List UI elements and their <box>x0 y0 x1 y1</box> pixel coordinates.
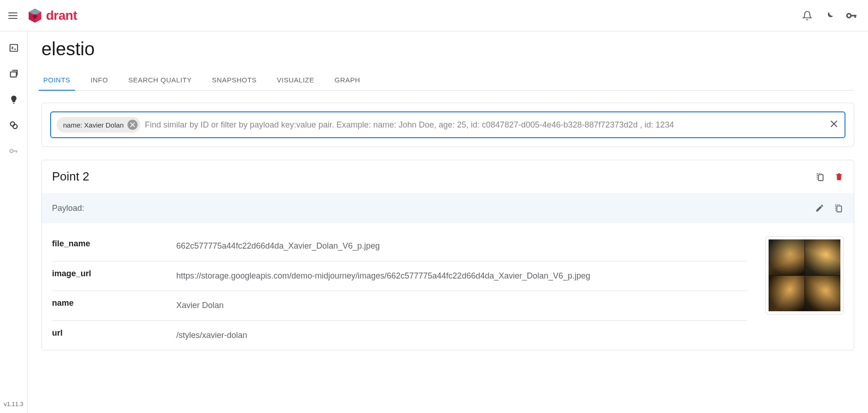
svg-rect-14 <box>16 151 17 153</box>
filter-chip-label: name: Xavier Dolan <box>63 121 124 129</box>
chip-remove-icon[interactable] <box>127 120 138 130</box>
keys-icon[interactable] <box>8 145 19 157</box>
tab-visualize[interactable]: VISUALIZE <box>275 70 316 90</box>
logo[interactable]: drant <box>27 7 77 24</box>
logo-cube-icon <box>27 7 43 24</box>
filter-chip: name: Xavier Dolan <box>57 117 140 133</box>
menu-button[interactable] <box>4 6 22 25</box>
svg-point-5 <box>847 13 851 17</box>
svg-point-10 <box>10 122 14 126</box>
payload-value: /styles/xavier-dolan <box>176 328 747 343</box>
svg-rect-15 <box>818 175 823 180</box>
svg-rect-16 <box>837 206 841 212</box>
payload-label: Payload: <box>52 204 84 213</box>
topbar: drant <box>0 0 868 31</box>
point-card: Point 2 Payload: <box>41 160 854 350</box>
hint-icon[interactable] <box>8 94 19 105</box>
tabs: POINTSINFOSEARCH QUALITYSNAPSHOTSVISUALI… <box>41 70 854 91</box>
payload-key: file_name <box>52 239 176 249</box>
sidebar: v1.11.3 <box>0 31 28 413</box>
svg-rect-9 <box>10 72 16 77</box>
point-header: Point 2 <box>42 160 854 193</box>
payload-bar: Payload: <box>42 193 854 223</box>
payload-key: name <box>52 298 176 308</box>
payload-key: url <box>52 328 176 338</box>
version-label: v1.11.3 <box>4 401 23 407</box>
key-button[interactable] <box>842 6 861 25</box>
edit-payload-button[interactable] <box>815 204 824 213</box>
tab-info[interactable]: INFO <box>89 70 110 90</box>
payload-key: image_url <box>52 269 176 279</box>
payload-row: image_urlhttps://storage.googleapis.com/… <box>52 262 747 291</box>
collections-icon[interactable] <box>8 68 19 79</box>
svg-point-4 <box>33 14 37 18</box>
payload-value: 662c577775a44fc22d66d4da_Xavier_Dolan_V6… <box>176 239 747 254</box>
payload-table: file_name662c577775a44fc22d66d4da_Xavier… <box>52 232 747 350</box>
search-field[interactable]: name: Xavier Dolan <box>50 111 845 138</box>
tab-snapshots[interactable]: SNAPSHOTS <box>210 70 259 90</box>
payload-value: https://storage.googleapis.com/demo-midj… <box>176 269 747 284</box>
svg-rect-7 <box>855 15 856 18</box>
payload-row: file_name662c577775a44fc22d66d4da_Xavier… <box>52 232 747 262</box>
clear-search-icon[interactable] <box>829 119 839 131</box>
search-input[interactable] <box>145 120 824 130</box>
page-title: elestio <box>41 39 854 59</box>
tab-search-quality[interactable]: SEARCH QUALITY <box>127 70 194 90</box>
payload-row: nameXavier Dolan <box>52 291 747 321</box>
tab-graph[interactable]: GRAPH <box>333 70 362 90</box>
copy-payload-button[interactable] <box>833 203 844 213</box>
tab-points[interactable]: POINTS <box>41 70 72 90</box>
delete-point-button[interactable] <box>834 172 844 182</box>
notifications-button[interactable] <box>798 6 816 25</box>
link-icon[interactable] <box>8 120 19 131</box>
svg-point-11 <box>13 124 17 128</box>
logo-text: drant <box>46 8 77 23</box>
console-icon[interactable] <box>8 42 19 53</box>
main-content: elestio POINTSINFOSEARCH QUALITYSNAPSHOT… <box>28 31 868 413</box>
payload-value: Xavier Dolan <box>176 298 747 313</box>
payload-row: url/styles/xavier-dolan <box>52 321 747 350</box>
copy-point-button[interactable] <box>815 172 825 182</box>
search-card: name: Xavier Dolan <box>41 103 854 147</box>
dark-mode-button[interactable] <box>820 6 839 25</box>
point-title: Point 2 <box>52 169 89 184</box>
svg-rect-8 <box>10 45 17 52</box>
image-thumbnail[interactable] <box>765 236 844 314</box>
